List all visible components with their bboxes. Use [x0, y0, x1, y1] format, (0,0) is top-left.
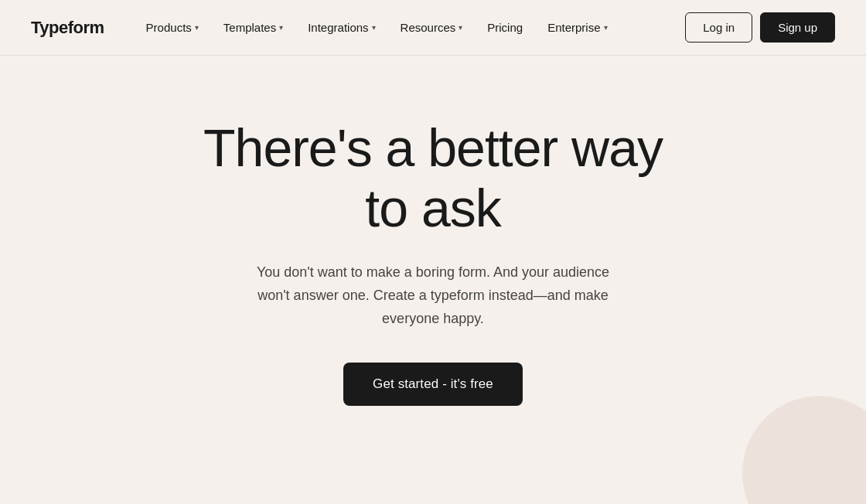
- nav-label-products: Products: [146, 21, 192, 34]
- nav-actions: Log in Sign up: [685, 12, 835, 43]
- nav-label-pricing: Pricing: [487, 21, 523, 34]
- hero-title-line2: to ask: [365, 179, 500, 237]
- hero-title: There's a better way to ask: [203, 117, 663, 238]
- chevron-down-icon: ▾: [195, 23, 199, 32]
- nav-label-integrations: Integrations: [308, 21, 368, 34]
- chevron-down-icon: ▾: [279, 23, 283, 32]
- navbar: Typeform Products ▾ Templates ▾ Integrat…: [0, 0, 866, 56]
- nav-label-resources: Resources: [401, 21, 456, 34]
- nav-item-products[interactable]: Products ▾: [135, 15, 210, 40]
- nav-item-integrations[interactable]: Integrations ▾: [297, 15, 386, 40]
- nav-item-resources[interactable]: Resources ▾: [390, 15, 474, 40]
- nav-links: Products ▾ Templates ▾ Integrations ▾ Re…: [135, 15, 686, 40]
- cta-button[interactable]: Get started - it's free: [343, 363, 523, 406]
- nav-item-pricing[interactable]: Pricing: [476, 15, 534, 40]
- chevron-down-icon: ▾: [459, 23, 462, 32]
- nav-item-enterprise[interactable]: Enterprise ▾: [537, 15, 618, 40]
- chevron-down-icon: ▾: [372, 23, 376, 32]
- nav-label-enterprise: Enterprise: [547, 21, 600, 34]
- nav-label-templates: Templates: [223, 21, 276, 34]
- hero-section: There's a better way to ask You don't wa…: [0, 56, 866, 452]
- signup-button[interactable]: Sign up: [760, 12, 835, 43]
- chevron-down-icon: ▾: [604, 23, 608, 32]
- hero-title-line1: There's a better way: [203, 118, 663, 177]
- hero-subtitle: You don't want to make a boring form. An…: [255, 261, 611, 330]
- login-button[interactable]: Log in: [685, 12, 752, 43]
- nav-item-templates[interactable]: Templates ▾: [213, 15, 294, 40]
- brand-logo[interactable]: Typeform: [31, 18, 104, 38]
